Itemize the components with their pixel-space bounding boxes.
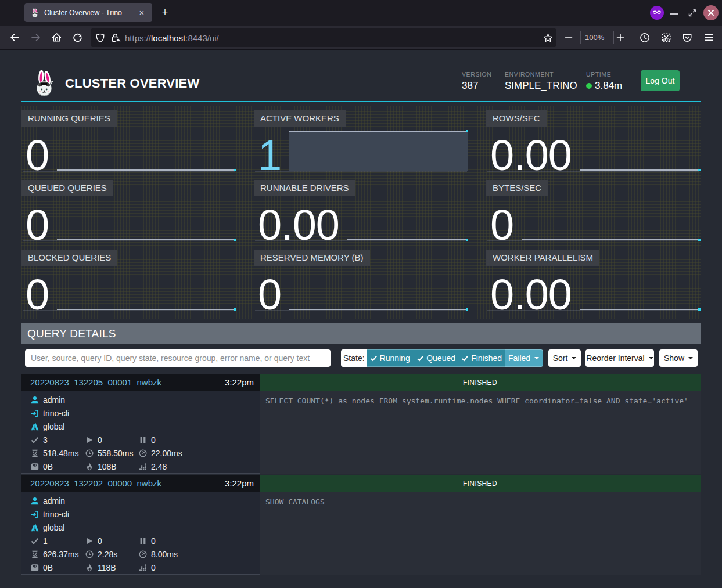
shield-icon[interactable] <box>95 33 105 43</box>
play-icon <box>85 435 94 444</box>
sort-button[interactable]: Sort <box>548 349 581 367</box>
trino-favicon-icon <box>30 8 39 17</box>
reload-button[interactable] <box>69 29 86 46</box>
menu-hamburger-icon[interactable] <box>700 29 717 46</box>
window-close-button[interactable] <box>703 5 719 20</box>
stats-icon <box>138 563 147 572</box>
query-source: trino-cli <box>30 507 69 521</box>
back-button[interactable] <box>6 29 23 46</box>
check-icon <box>30 435 39 444</box>
stat-tile-runnable-drivers: RUNNABLE DRIVERS0.00 <box>254 180 468 241</box>
stat-tile-label: RESERVED MEMORY (B) <box>254 250 370 266</box>
url-scheme: https:// <box>125 33 151 43</box>
tab-title: Cluster Overview - Trino <box>44 9 136 17</box>
user-icon <box>30 496 39 505</box>
stat-tile-value: 0.00 <box>254 209 339 241</box>
fire-icon <box>85 563 94 572</box>
show-button[interactable]: Show <box>659 349 698 367</box>
url-text[interactable]: https://localhost:8443/ui/ <box>125 33 543 43</box>
toolbar-separator <box>580 31 581 44</box>
logout-button[interactable]: Log Out <box>641 70 680 91</box>
environment-value: SIMPLE_TRINO <box>505 80 577 92</box>
header-divider <box>21 101 701 102</box>
version-value: 387 <box>462 80 491 92</box>
query-time: 3:22pm <box>225 475 254 492</box>
stat-tile-value: 0 <box>254 279 281 311</box>
running-splits: 0 <box>85 534 102 547</box>
query-sql-text: SHOW CATALOGS <box>260 492 701 575</box>
stat-tile-sparkline <box>289 270 468 311</box>
state-filter-running[interactable]: Running <box>367 349 414 367</box>
scale-icon <box>30 462 39 471</box>
stat-tile-sparkline <box>57 270 235 311</box>
bookmark-star-icon[interactable] <box>543 33 553 43</box>
window-maximize-icon[interactable] <box>688 9 696 17</box>
query-sql-text: SELECT COUNT(*) as nodes FROM system.run… <box>260 391 701 474</box>
stat-tile-value: 0.00 <box>486 279 572 311</box>
gauge-icon <box>138 449 147 457</box>
stat-tile-label: QUEUED QUERIES <box>21 180 113 196</box>
scale-icon <box>30 563 39 572</box>
zoom-out-button[interactable] <box>560 29 577 46</box>
stat-tile-active-workers: ACTIVE WORKERS1 <box>254 110 468 172</box>
completed-splits: 3 <box>30 433 48 446</box>
cumulative-memory: 108B <box>85 460 117 473</box>
reorder-interval-button[interactable]: Reorder Interval <box>585 349 654 367</box>
cumulative-memory: 118B <box>85 561 116 574</box>
stat-tile-sparkline <box>347 201 468 241</box>
state-filter-label: State: <box>341 349 367 367</box>
stat-tile-reserved-memory-b: RESERVED MEMORY (B)0 <box>254 250 468 311</box>
stat-tile-sparkline <box>57 201 235 241</box>
state-filter-failed[interactable]: Failed <box>505 349 543 367</box>
query-source: trino-cli <box>30 406 69 420</box>
window-minimize-icon[interactable] <box>670 13 678 15</box>
zoom-in-button[interactable] <box>612 29 629 46</box>
browser-tab[interactable]: Cluster Overview - Trino × <box>24 3 152 22</box>
stat-tile-sparkline <box>289 131 468 172</box>
zoom-level-button[interactable]: 100% <box>581 33 608 42</box>
history-clock-icon[interactable] <box>636 29 653 46</box>
forward-button[interactable] <box>27 29 44 46</box>
play-icon <box>85 536 94 545</box>
query-details-header: QUERY DETAILS <box>21 323 701 344</box>
queued-splits: 0 <box>138 534 156 547</box>
lock-warning-icon[interactable] <box>111 33 121 43</box>
completed-splits: 1 <box>30 534 48 547</box>
road-icon <box>30 422 39 431</box>
pocket-icon[interactable] <box>678 29 696 46</box>
query-search-input[interactable] <box>25 349 331 367</box>
stat-tile-value: 0 <box>486 209 513 241</box>
query-toolbar: State: RunningQueuedFinishedFailed Sort … <box>21 349 701 367</box>
stat-tile-worker-parallelism: WORKER PARALLELISM0.00 <box>486 250 701 311</box>
state-filter-finished[interactable]: Finished <box>459 349 505 367</box>
stat-tile-bytes-sec: BYTES/SEC0 <box>486 180 701 241</box>
page-title: CLUSTER OVERVIEW <box>65 76 199 91</box>
stat-tile-sparkline <box>580 131 700 172</box>
road-icon <box>30 523 39 532</box>
uptime-value: 3.84m <box>595 80 622 92</box>
state-filter-queued[interactable]: Queued <box>414 349 459 367</box>
tab-close-icon[interactable]: × <box>136 7 148 19</box>
home-button[interactable] <box>48 29 65 46</box>
pause-icon <box>138 435 147 444</box>
stat-tile-label: WORKER PARALLELISM <box>486 250 599 266</box>
stat-tile-label: RUNNING QUERIES <box>21 110 117 127</box>
clock-icon <box>85 449 94 457</box>
queued-splits: 0 <box>138 433 156 446</box>
cpu-time: 2.28s <box>85 547 117 561</box>
url-bar[interactable]: https://localhost:8443/ui/ <box>91 28 556 47</box>
new-tab-button[interactable]: + <box>158 6 172 20</box>
query-id-link[interactable]: 20220823_132205_00001_nwbzk <box>30 374 161 391</box>
stat-tile-label: BYTES/SEC <box>486 180 548 196</box>
current-memory: 0B <box>30 460 53 473</box>
query-id-link[interactable]: 20220823_132202_00000_nwbzk <box>30 475 161 492</box>
query-user: admin <box>30 494 65 507</box>
uptime-label: UPTIME <box>586 71 622 78</box>
stat-tile-label: ACTIVE WORKERS <box>254 110 346 127</box>
clock-icon <box>85 550 94 558</box>
screenshot-scissors-icon[interactable] <box>658 29 675 46</box>
query-time: 3:22pm <box>225 374 254 391</box>
uptime-block: UPTIME 3.84m <box>586 71 622 92</box>
version-label: VERSION <box>462 71 491 78</box>
state-filter-group: State: RunningQueuedFinishedFailed <box>341 349 543 367</box>
